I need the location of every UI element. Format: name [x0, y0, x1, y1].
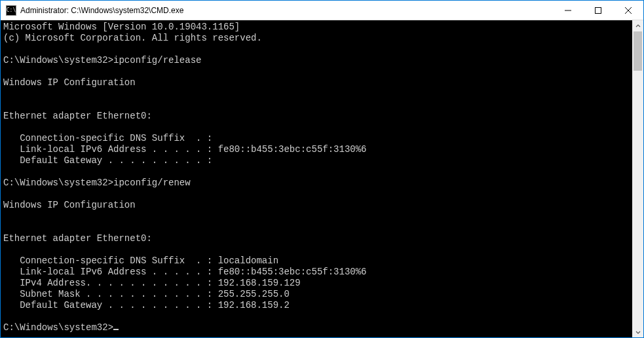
scrollbar-track[interactable]: [632, 31, 643, 326]
scroll-up-button[interactable]: [632, 20, 643, 31]
output-line: Subnet Mask . . . . . . . . . . . : 255.…: [3, 289, 290, 299]
prompt: C:\Windows\system32>: [3, 322, 113, 333]
chevron-up-icon: [635, 24, 641, 29]
output-line: Ethernet adapter Ethernet0:: [3, 111, 152, 121]
titlebar[interactable]: C:\ Administrator: C:\Windows\system32\C…: [1, 1, 643, 20]
output-line: IPv4 Address. . . . . . . . . . . : 192.…: [3, 278, 301, 288]
output-line: Connection-specific DNS Suffix . :: [3, 133, 212, 143]
output-line: Default Gateway . . . . . . . . . :: [3, 155, 212, 166]
minimize-icon: [565, 7, 571, 14]
prompt: C:\Windows\system32>: [3, 178, 113, 188]
text-cursor: [113, 329, 119, 330]
close-button[interactable]: [613, 1, 643, 20]
maximize-button[interactable]: [583, 1, 613, 20]
svg-rect-0: [596, 7, 601, 13]
cmd-window: C:\ Administrator: C:\Windows\system32\C…: [0, 0, 644, 338]
window-title: Administrator: C:\Windows\system32\CMD.e…: [20, 6, 183, 15]
command-text: ipconfig/release: [113, 55, 201, 66]
prompt: C:\Windows\system32>: [3, 55, 113, 66]
banner-line: Microsoft Windows [Version 10.0.19043.11…: [3, 22, 240, 32]
output-line: Link-local IPv6 Address . . . . . : fe80…: [3, 144, 367, 155]
minimize-button[interactable]: [553, 1, 583, 20]
cmd-icon: C:\: [6, 5, 16, 16]
close-icon: [625, 7, 632, 14]
command-text: ipconfig/renew: [113, 178, 191, 188]
maximize-icon: [595, 7, 601, 14]
output-line: Default Gateway . . . . . . . . . : 192.…: [3, 300, 290, 310]
scroll-down-button[interactable]: [632, 326, 643, 337]
terminal-output[interactable]: Microsoft Windows [Version 10.0.19043.11…: [1, 20, 632, 337]
output-line: Link-local IPv6 Address . . . . . : fe80…: [3, 267, 367, 277]
output-line: Windows IP Configuration: [3, 77, 136, 88]
vertical-scrollbar[interactable]: [632, 20, 643, 337]
scrollbar-thumb[interactable]: [634, 31, 642, 71]
banner-line: (c) Microsoft Corporation. All rights re…: [3, 33, 262, 43]
output-line: Ethernet adapter Ethernet0:: [3, 233, 152, 244]
client-area: Microsoft Windows [Version 10.0.19043.11…: [1, 20, 643, 337]
output-line: Connection-specific DNS Suffix . : local…: [3, 255, 278, 266]
chevron-down-icon: [635, 329, 641, 335]
output-line: Windows IP Configuration: [3, 200, 136, 210]
